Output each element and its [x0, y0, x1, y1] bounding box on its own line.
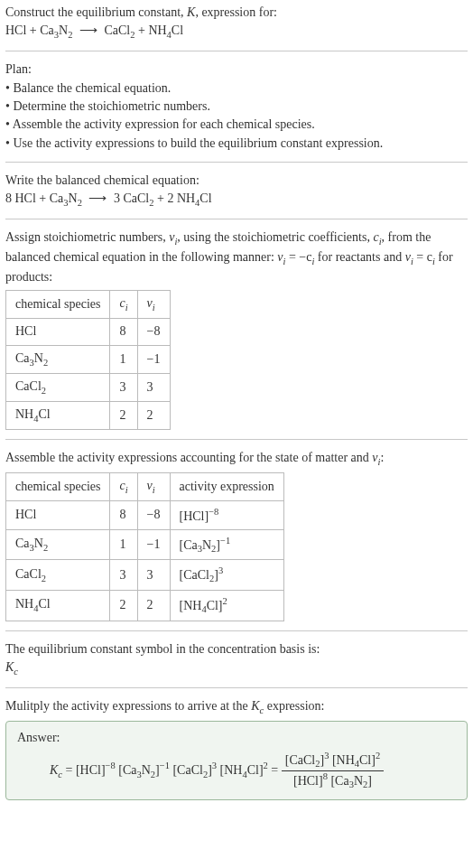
table-row: Ca3N2 1 −1: [6, 345, 171, 373]
text: Assemble the activity expressions accoun…: [5, 451, 372, 464]
d2: [Ca: [328, 774, 349, 788]
text: Mulitply the activity expressions to arr…: [5, 699, 251, 713]
plan-bullet: • Use the activity expressions to build …: [5, 135, 468, 153]
n2: Cl]: [359, 753, 376, 767]
ci: 1: [110, 345, 137, 373]
t: [CaCl: [180, 568, 209, 582]
exp: −8: [106, 761, 116, 771]
n: N: [69, 191, 78, 205]
nu: 3: [137, 560, 170, 591]
t: Cl: [38, 407, 50, 421]
multiply-text: Mulitply the activity expressions to arr…: [5, 697, 468, 717]
i: i: [125, 303, 128, 313]
plan-title: Plan:: [5, 61, 468, 79]
exp: 3: [212, 761, 217, 771]
cl: Cl: [199, 191, 211, 205]
exp: −8: [209, 507, 218, 517]
balanced-equation: 8 HCl + Ca3N2 ⟶ 3 CaCl2 + 2 NH4Cl: [5, 190, 468, 210]
t: NH: [15, 407, 33, 421]
species: HCl: [6, 500, 110, 529]
answer-label: Answer:: [17, 729, 456, 747]
hcl: 8 HCl: [5, 191, 36, 205]
ci: 8: [110, 500, 137, 529]
t: Cl]: [207, 599, 223, 612]
nu: −8: [137, 500, 170, 529]
stoich-intro: Assign stoichiometric numbers, νi, using…: [5, 229, 468, 286]
t3: [CaCl: [172, 763, 202, 777]
t: Ca: [15, 537, 30, 550]
stoich-table: chemical species ci νi HCl 8 −8 Ca3N2 1 …: [5, 290, 171, 429]
species: Ca3N2: [6, 529, 110, 560]
species: Ca3N2: [6, 345, 110, 373]
denominator: [HCl]8 [Ca3N2]: [282, 771, 384, 791]
th-species: chemical species: [6, 291, 110, 319]
exp: 3: [218, 565, 223, 575]
t: N: [34, 351, 43, 365]
nh: 2 NH: [167, 191, 195, 205]
plan-bullet: • Balance the chemical equation.: [5, 79, 468, 98]
text: , expression for:: [195, 5, 277, 19]
t: [HCl]: [180, 509, 209, 522]
t: Ca: [15, 351, 30, 365]
t4: Cl]: [247, 763, 264, 777]
eq: =: [268, 763, 282, 777]
table-row: CaCl2 3 3: [6, 373, 171, 401]
table-row: chemical species ci νi activity expressi…: [6, 472, 284, 500]
ci: 2: [110, 591, 137, 621]
nh: NH: [148, 23, 166, 37]
plus: +: [134, 23, 148, 37]
text: Construct the equilibrium constant,: [5, 5, 187, 19]
answer-box: Answer: Kc = [HCl]−8 [Ca3N2]−1 [CaCl2]3 …: [5, 721, 468, 799]
c: c: [14, 667, 18, 677]
nu: 2: [137, 401, 170, 429]
t: Cl: [38, 597, 50, 611]
k: K: [50, 763, 58, 777]
table-row: CaCl2 3 3 [CaCl2]3: [6, 560, 284, 591]
divider: [5, 630, 468, 631]
ci: 8: [110, 319, 137, 345]
plus: +: [36, 191, 50, 205]
species: CaCl2: [6, 373, 110, 401]
d2: ]: [367, 774, 372, 788]
t2: N: [142, 763, 151, 777]
ae: [HCl]−8: [170, 500, 283, 529]
n2: [NH: [329, 753, 354, 767]
nu: −1: [137, 345, 170, 373]
species: CaCl2: [6, 560, 110, 591]
nu: 3: [137, 373, 170, 401]
exp: 2: [223, 596, 227, 606]
t: [Ca: [180, 537, 198, 551]
basis-text: The equilibrium constant symbol in the c…: [5, 640, 468, 658]
ci: 3: [110, 373, 137, 401]
divider: [5, 51, 468, 51]
table-row: NH4Cl 2 2: [6, 401, 171, 429]
numerator: [CaCl2]3 [NH4Cl]2: [282, 751, 384, 771]
ca: Ca: [40, 23, 54, 37]
divider: [5, 687, 468, 688]
n1: [CaCl: [285, 753, 315, 767]
nu: 2: [137, 591, 170, 621]
t: 2: [42, 386, 46, 396]
species: NH4Cl: [6, 591, 110, 621]
prompt-line: Construct the equilibrium constant, K, e…: [5, 4, 468, 22]
divider: [5, 219, 468, 219]
plan-bullet: • Assemble the activity expression for e…: [5, 116, 468, 134]
t: CaCl: [15, 379, 42, 393]
t: NH: [15, 597, 33, 611]
eq: = c: [413, 250, 432, 264]
k-sym: K: [187, 5, 195, 19]
t: 2: [43, 358, 48, 368]
ci: 3: [110, 560, 137, 591]
t2: [Ca: [118, 763, 136, 777]
eq: = −c: [285, 250, 311, 264]
i: i: [153, 485, 155, 495]
unbalanced-equation: HCl + Ca3N2 ⟶ CaCl2 + NH4Cl: [5, 22, 468, 42]
t: CaCl: [15, 567, 42, 581]
text: for reactants and: [314, 250, 404, 264]
eq: =: [62, 763, 76, 777]
cl: Cl: [172, 23, 183, 37]
d2: N: [354, 774, 363, 788]
hcl: HCl: [5, 23, 26, 37]
ae: [CaCl2]3: [170, 560, 283, 591]
arrow-icon: ⟶: [76, 22, 101, 40]
